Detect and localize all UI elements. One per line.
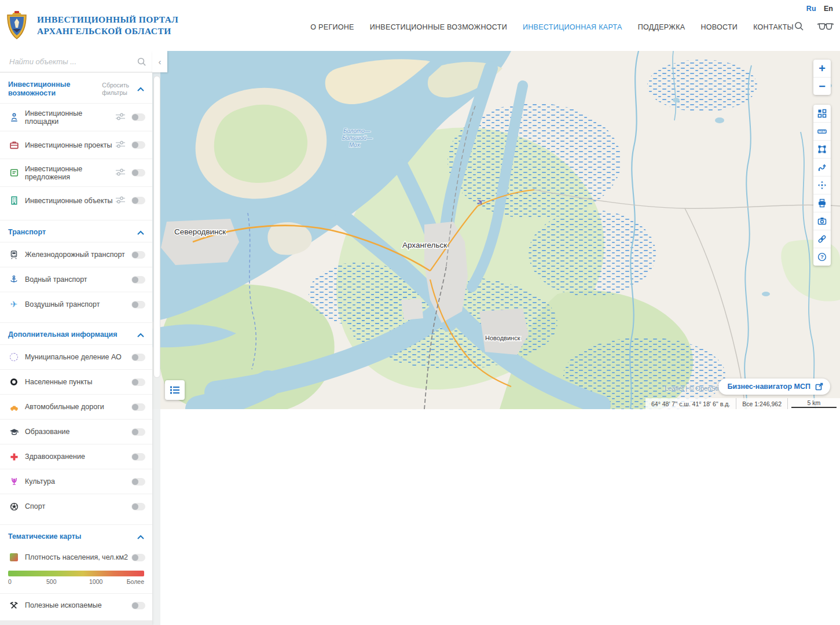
- question-icon: ?: [817, 252, 827, 262]
- grid-icon: [817, 109, 827, 118]
- layer-toggle[interactable]: [131, 354, 145, 361]
- search-input[interactable]: [8, 57, 137, 67]
- layer-label: Спорт: [25, 502, 131, 510]
- screenshot-button[interactable]: [813, 212, 831, 230]
- layer-toggle[interactable]: [131, 554, 145, 561]
- layer-row-culture[interactable]: Культура: [0, 469, 152, 494]
- reset-filters-button[interactable]: Сбросить фильтры: [102, 82, 129, 97]
- search-icon[interactable]: [137, 57, 146, 67]
- layer-toggle[interactable]: [131, 141, 145, 149]
- nav-region[interactable]: О РЕГИОНЕ: [310, 23, 354, 31]
- layer-row-municipal[interactable]: Муниципальное деление АО: [0, 344, 152, 369]
- nav-investment-map[interactable]: ИНВЕСТИЦИОННАЯ КАРТА: [523, 23, 622, 31]
- arkhangelsk-coat-of-arms-logo[interactable]: [5, 10, 29, 41]
- scale-readout: Все 1:246,962: [736, 398, 787, 409]
- measure-path-button[interactable]: [813, 159, 831, 177]
- section-info-header[interactable]: Дополнительная информация: [0, 322, 152, 344]
- map-tools-group: ?: [813, 105, 831, 266]
- measure-ruler-button[interactable]: [813, 123, 831, 141]
- basemap-grid-button[interactable]: [813, 105, 831, 123]
- camera-icon: [817, 216, 827, 226]
- nav-contacts[interactable]: КОНТАКТЫ: [753, 23, 794, 31]
- layer-row-settlements[interactable]: Населенные пункты: [0, 369, 152, 394]
- density-legend: 0 500 1000 Более: [0, 568, 152, 593]
- filter-sliders-icon[interactable]: [115, 112, 126, 123]
- help-button[interactable]: ?: [813, 248, 831, 266]
- layer-toggle[interactable]: [131, 169, 145, 177]
- header: ИНВЕСТИЦИОННЫЙ ПОРТАЛ АРХАНГЕЛЬСКОЙ ОБЛА…: [0, 0, 840, 51]
- layer-row-water-transport[interactable]: Водный транспорт: [0, 267, 152, 292]
- roads-car-icon: [8, 403, 20, 411]
- zoom-in-button[interactable]: +: [813, 60, 831, 78]
- layer-row-health[interactable]: Здравоохранение: [0, 444, 152, 469]
- layer-toggle[interactable]: [131, 251, 145, 259]
- list-icon: [170, 385, 180, 395]
- layer-toggle[interactable]: [131, 113, 145, 121]
- settlements-icon: [8, 378, 20, 385]
- layer-row-air-transport[interactable]: ✈ Воздушный транспорт: [0, 292, 152, 317]
- filter-sliders-icon[interactable]: [115, 196, 126, 206]
- nav-support[interactable]: ПОДДЕРЖКА: [638, 23, 685, 31]
- layer-toggle[interactable]: [131, 503, 145, 510]
- rail-transport-icon: [8, 250, 20, 259]
- layer-toggle[interactable]: [131, 276, 145, 284]
- layer-label: Инвестиционные площадки: [25, 109, 115, 126]
- section-transport-title: Транспорт: [8, 228, 137, 237]
- layer-toggle[interactable]: [131, 301, 145, 308]
- layer-toggle[interactable]: [131, 403, 145, 411]
- chevron-up-icon[interactable]: [137, 535, 144, 539]
- layer-row-sport[interactable]: Спорт: [0, 494, 152, 519]
- layer-row-rail-transport[interactable]: Железнодорожный транспорт: [0, 242, 152, 267]
- chevron-up-icon[interactable]: [137, 333, 144, 337]
- section-transport-header[interactable]: Транспорт: [0, 220, 152, 242]
- layer-row-education[interactable]: Образование: [0, 419, 152, 444]
- nav-news[interactable]: НОВОСТИ: [700, 23, 738, 31]
- business-navigator-label: Бизнес-навигатор МСП: [728, 383, 811, 391]
- legend-button[interactable]: [165, 380, 185, 400]
- layer-toggle[interactable]: [131, 428, 145, 436]
- filter-sliders-icon[interactable]: [115, 168, 126, 178]
- business-navigator-button[interactable]: Бизнес-навигатор МСП: [718, 378, 831, 395]
- layer-toggle[interactable]: [131, 453, 145, 461]
- layer-label: Муниципальное деление АО: [25, 353, 131, 361]
- layer-row-invest-objects[interactable]: Инвестиционные объекты: [0, 186, 152, 214]
- map-label-swamp-2: Большой—: [342, 135, 373, 141]
- layer-toggle[interactable]: [131, 602, 145, 609]
- nav-opportunities[interactable]: ИНВЕСТИЦИОННЫЕ ВОЗМОЖНОСТИ: [370, 23, 507, 31]
- route-icon: [817, 163, 827, 172]
- zoom-out-button[interactable]: −: [813, 78, 831, 95]
- move-arrows-icon: [817, 181, 827, 190]
- site-title-line2: АРХАНГЕЛЬСКОЙ ОБЛАСТИ: [37, 25, 178, 37]
- sidebar-collapse-button[interactable]: ‹: [152, 51, 167, 72]
- select-area-button[interactable]: [813, 141, 831, 159]
- section-thematic-header[interactable]: Тематические карты: [0, 524, 152, 546]
- filter-sliders-icon[interactable]: [115, 140, 126, 150]
- sidebar-scrollbar-thumb[interactable]: [153, 76, 160, 378]
- map-canvas[interactable]: ✈ Болото— Большой— Мох Северодвинск Арха…: [152, 51, 840, 409]
- pan-button[interactable]: [813, 177, 831, 194]
- layer-toggle[interactable]: [131, 478, 145, 486]
- layer-row-population-density[interactable]: Плотность населения, чел.км2: [0, 546, 152, 568]
- chevron-up-icon[interactable]: [137, 87, 144, 91]
- header-search-icon[interactable]: [794, 21, 804, 31]
- section-invest-header[interactable]: Инвестиционные возможности Сбросить филь…: [0, 72, 152, 103]
- share-link-button[interactable]: [813, 230, 831, 248]
- map-label-novodvinsk: Новодвинск: [485, 334, 520, 341]
- lang-en[interactable]: En: [824, 5, 833, 13]
- print-button[interactable]: [813, 194, 831, 212]
- accessibility-glasses-icon[interactable]: [817, 21, 834, 31]
- culture-lyre-icon: [8, 477, 20, 486]
- main-nav: О РЕГИОНЕ ИНВЕСТИЦИОННЫЕ ВОЗМОЖНОСТИ ИНВ…: [310, 23, 794, 31]
- site-title[interactable]: ИНВЕСТИЦИОННЫЙ ПОРТАЛ АРХАНГЕЛЬСКОЙ ОБЛА…: [37, 14, 178, 37]
- layer-row-invest-projects[interactable]: Инвестиционные проекты: [0, 131, 152, 159]
- layer-toggle[interactable]: [131, 197, 145, 204]
- layer-row-invest-sites[interactable]: Инвестиционные площадки: [0, 103, 152, 131]
- layer-label: Водный транспорт: [25, 275, 131, 284]
- layer-row-invest-offers[interactable]: Инвестиционные предложения: [0, 159, 152, 186]
- layer-toggle[interactable]: [131, 378, 145, 386]
- lang-ru[interactable]: Ru: [806, 5, 816, 13]
- chevron-up-icon[interactable]: [137, 230, 144, 235]
- layer-row-minerals[interactable]: Полезные ископаемые: [0, 593, 152, 617]
- layer-row-roads[interactable]: Автомобильные дороги: [0, 394, 152, 419]
- sidebar-bottom-divider: [0, 620, 152, 625]
